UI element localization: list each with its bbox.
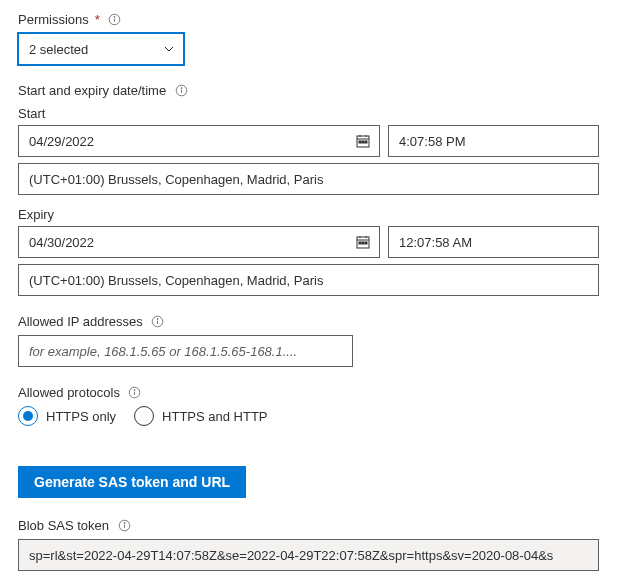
start-tz-input[interactable]: (UTC+01:00) Brussels, Copenhagen, Madrid… xyxy=(18,163,599,195)
svg-point-24 xyxy=(134,390,135,391)
svg-point-4 xyxy=(181,88,182,89)
radio-https-and-http[interactable]: HTTPS and HTTP xyxy=(134,406,267,426)
info-icon[interactable] xyxy=(128,386,142,400)
svg-rect-12 xyxy=(365,141,367,143)
permissions-label-text: Permissions xyxy=(18,12,89,27)
info-icon[interactable] xyxy=(151,315,165,329)
expiry-date-input[interactable]: 04/30/2022 xyxy=(18,226,380,258)
generate-sas-button[interactable]: Generate SAS token and URL xyxy=(18,466,246,498)
expiry-time-input[interactable]: 12:07:58 AM xyxy=(388,226,599,258)
start-date-input[interactable]: 04/29/2022 xyxy=(18,125,380,157)
info-icon[interactable] xyxy=(108,13,122,27)
allowed-protocols-text: Allowed protocols xyxy=(18,385,120,400)
svg-rect-10 xyxy=(359,141,361,143)
svg-point-27 xyxy=(124,523,125,524)
expiry-tz-value: (UTC+01:00) Brussels, Copenhagen, Madrid… xyxy=(29,273,323,288)
sas-token-label: Blob SAS token xyxy=(18,518,599,533)
calendar-icon xyxy=(355,234,371,250)
start-tz-value: (UTC+01:00) Brussels, Copenhagen, Madrid… xyxy=(29,172,323,187)
allowed-ip-label: Allowed IP addresses xyxy=(18,314,599,329)
expiry-date-value: 04/30/2022 xyxy=(29,235,94,250)
svg-rect-17 xyxy=(359,242,361,244)
datetime-section-text: Start and expiry date/time xyxy=(18,83,166,98)
required-star: * xyxy=(95,12,100,27)
expiry-time-value: 12:07:58 AM xyxy=(399,235,472,250)
expiry-tz-input[interactable]: (UTC+01:00) Brussels, Copenhagen, Madrid… xyxy=(18,264,599,296)
info-icon[interactable] xyxy=(174,84,188,98)
chevron-down-icon xyxy=(163,43,175,55)
permissions-label: Permissions * xyxy=(18,12,599,27)
datetime-section-label: Start and expiry date/time xyxy=(18,83,599,98)
allowed-ip-text: Allowed IP addresses xyxy=(18,314,143,329)
start-time-value: 4:07:58 PM xyxy=(399,134,466,149)
permissions-dropdown[interactable]: 2 selected xyxy=(18,33,184,65)
svg-point-21 xyxy=(157,319,158,320)
sas-token-output[interactable]: sp=rl&st=2022-04-29T14:07:58Z&se=2022-04… xyxy=(18,539,599,571)
info-icon[interactable] xyxy=(117,519,131,533)
start-label: Start xyxy=(18,106,599,121)
svg-point-1 xyxy=(114,17,115,18)
svg-rect-11 xyxy=(362,141,364,143)
radio-circle-icon xyxy=(134,406,154,426)
allowed-ip-input[interactable] xyxy=(18,335,353,367)
start-date-value: 04/29/2022 xyxy=(29,134,94,149)
calendar-icon xyxy=(355,133,371,149)
expiry-label: Expiry xyxy=(18,207,599,222)
start-time-input[interactable]: 4:07:58 PM xyxy=(388,125,599,157)
sas-token-value: sp=rl&st=2022-04-29T14:07:58Z&se=2022-04… xyxy=(29,548,553,563)
radio-https-only[interactable]: HTTPS only xyxy=(18,406,116,426)
allowed-protocols-label: Allowed protocols xyxy=(18,385,599,400)
svg-rect-18 xyxy=(362,242,364,244)
radio-https-only-label: HTTPS only xyxy=(46,409,116,424)
radio-circle-icon xyxy=(18,406,38,426)
svg-rect-19 xyxy=(365,242,367,244)
permissions-selected-text: 2 selected xyxy=(29,42,88,57)
radio-https-and-http-label: HTTPS and HTTP xyxy=(162,409,267,424)
sas-token-text: Blob SAS token xyxy=(18,518,109,533)
